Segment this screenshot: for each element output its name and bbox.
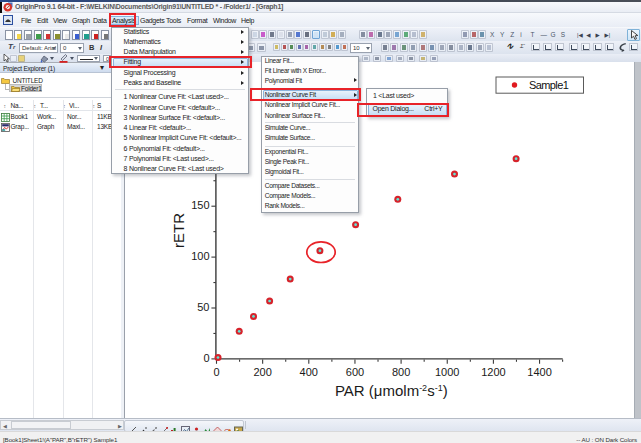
svg-text:200: 200	[253, 366, 271, 378]
svg-text:600: 600	[346, 366, 364, 378]
svg-text:150: 150	[191, 199, 209, 211]
svg-text:1400: 1400	[527, 366, 551, 378]
svg-text:400: 400	[300, 366, 318, 378]
svg-text:0: 0	[203, 352, 209, 364]
svg-text:Sample1: Sample1	[529, 79, 569, 91]
svg-text:1000: 1000	[435, 366, 459, 378]
svg-text:rETR: rETR	[170, 213, 187, 248]
svg-text:PAR (μmolm-2s-1): PAR (μmolm-2s-1)	[335, 382, 448, 399]
svg-text:100: 100	[191, 250, 209, 262]
svg-text:800: 800	[392, 366, 410, 378]
svg-text:0: 0	[213, 366, 219, 378]
svg-text:50: 50	[197, 301, 209, 313]
svg-text:1200: 1200	[481, 366, 505, 378]
